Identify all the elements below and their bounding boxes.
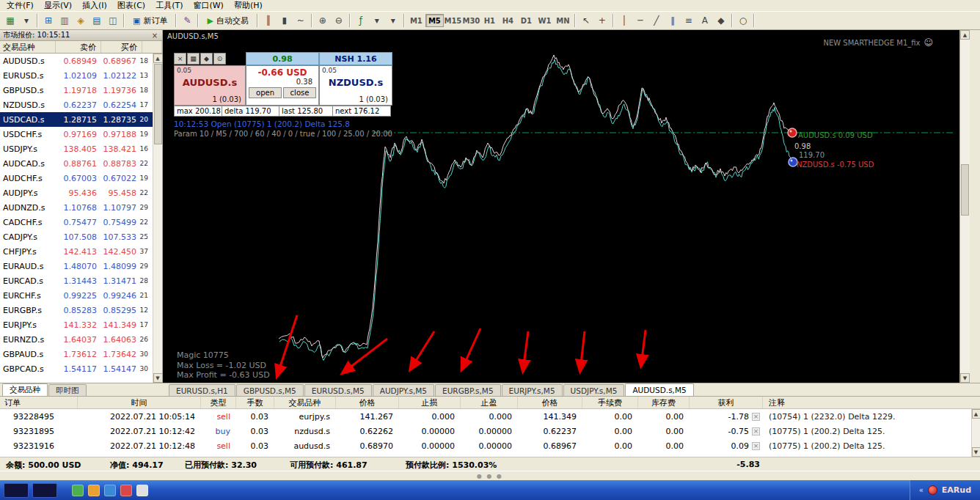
open-button[interactable]: open [249,87,282,98]
templates-dropdown-icon[interactable]: ▾ [386,13,401,28]
cursor-icon[interactable]: ↖ [579,13,593,28]
menu-window[interactable]: 窗口(W) [188,0,228,11]
indicators-icon[interactable]: ƒ [354,13,368,28]
zoom-in-icon[interactable]: ⊕ [315,13,330,28]
quick-launch-icon[interactable] [72,485,84,496]
market-watch-icon[interactable]: ⊞ [41,13,56,28]
chart-tab-audjpy-s-m5[interactable]: AUDJPY.s,M5 [373,384,434,396]
column-7[interactable]: 止盈 [461,397,518,408]
navigator-icon[interactable]: ◈ [73,13,88,28]
market-watch-row[interactable]: AUDNZD.s1.107681.1079729 [0,200,153,215]
market-watch-row[interactable]: EURGBP.s0.852830.8529512 [0,303,153,317]
quick-launch-icon[interactable] [136,485,148,496]
close-order-icon[interactable]: × [752,442,760,450]
taskbar-app-button[interactable] [4,483,29,498]
crosshair-icon[interactable]: + [595,13,610,28]
market-watch-row[interactable]: EURUSD.s1.021091.0212213 [0,68,153,83]
column-5[interactable]: 价格 [336,397,399,408]
strategy-tester-icon[interactable]: ◫ [106,13,120,28]
scroll-up-icon[interactable]: ▲ [960,30,970,40]
ea-layout-icon[interactable]: ▦ [187,53,200,65]
close-button[interactable]: close [283,87,316,98]
column-1[interactable]: 时间 [78,397,201,408]
market-watch-tab[interactable]: 即时图 [48,384,87,396]
timeframe-h4[interactable]: H4 [499,14,517,27]
quick-launch-icon[interactable] [88,485,100,496]
market-watch-row[interactable]: GBPAUD.s1.736121.7364230 [0,347,153,361]
order-row[interactable]: 932319162022.07.21 10:12:48sell0.03audus… [0,438,980,453]
timeframe-w1[interactable]: W1 [535,14,554,27]
ea-mode-icon[interactable]: ◆ [200,53,213,65]
chart-scrollbar[interactable]: ▲ ▼ [959,30,970,383]
scroll-down-icon[interactable]: ▼ [972,447,980,457]
quick-launch-icon[interactable] [104,485,116,496]
timeframe-m1[interactable]: M1 [407,14,425,27]
ea-close-icon[interactable]: × [174,53,186,65]
new-chart-icon[interactable]: ▦ [3,13,18,28]
column-6[interactable]: 止损 [399,397,461,408]
trendline-icon[interactable]: ╱ [649,13,664,28]
scroll-up-icon[interactable]: ▲ [153,54,163,63]
close-order-icon[interactable]: × [752,413,760,421]
market-watch-row[interactable]: GBPCAD.s1.541171.5414730 [0,361,153,376]
chart-tab-eurgbp-s-m5[interactable]: EURGBP.s,M5 [435,384,501,396]
market-watch-row[interactable]: EURJPY.s141.332141.34917 [0,317,153,332]
menu-tools[interactable]: 工具(T) [150,0,188,11]
fibonacci-icon[interactable]: ≡ [681,13,696,28]
column-8[interactable]: 价格 [518,397,582,408]
chart-tab-eurusd-s-h1[interactable]: EURUSD.s,H1 [169,384,235,396]
market-watch-row[interactable]: EURAUD.s1.480701.4809929 [0,259,153,273]
market-watch-row[interactable]: GBPUSD.s1.197181.1973618 [0,83,153,98]
menu-help[interactable]: 帮助(H) [229,0,268,11]
column-bid[interactable]: 卖价 [56,41,101,53]
column-order[interactable]: 订单 [0,397,78,408]
ea-settings-icon[interactable]: ⊙ [213,53,226,65]
chart-tab-usdjpy-s-m5[interactable]: USDJPY.s,M5 [563,384,625,396]
column-2[interactable]: 类型 [201,397,236,408]
market-watch-row[interactable]: EURCAD.s1.314431.3147128 [0,273,153,288]
order-row[interactable]: 932318952022.07.21 10:12:42buy0.03nzdusd… [0,424,980,438]
chart-tab-audusd-s-m5[interactable]: AUDUSD.s,M5 [625,383,693,396]
metaeditor-icon[interactable]: ✎ [180,13,194,28]
close-icon[interactable]: × [150,32,159,40]
order-row[interactable]: 932284952022.07.21 10:05:14sell0.03eurjp… [0,409,980,424]
chart-tab-eurjpy-s-m5[interactable]: EURJPY.s,M5 [502,384,563,396]
menu-file[interactable]: 文件(F) [1,0,39,11]
market-watch-row[interactable]: AUDUSD.s0.689490.6896718 [0,54,153,68]
quick-launch-icon[interactable] [120,485,132,496]
market-watch-row[interactable]: CADJPY.s107.508107.53325 [0,229,153,244]
new-order-button[interactable]: ▣新订单 [128,13,172,28]
horizontal-line-icon[interactable]: ─ [633,13,648,28]
arrows-icon[interactable]: ◆ [714,13,728,28]
market-watch-row[interactable]: EURCHF.s0.992250.9924621 [0,288,153,303]
terminal-icon[interactable]: ▤ [89,13,104,28]
market-watch-row[interactable]: AUDCHF.s0.670030.6702219 [0,171,153,185]
menu-charts[interactable]: 图表(C) [112,0,150,11]
market-watch-row[interactable]: USDCAD.s1.287151.2873520 [0,112,153,127]
market-watch-row[interactable]: CHFJPY.s142.413142.45037 [0,244,153,259]
column-11[interactable]: 获利 [690,397,763,408]
menu-insert[interactable]: 插入(I) [77,0,112,11]
candlestick-icon[interactable]: ▮ [277,13,292,28]
data-window-icon[interactable]: ▥ [57,13,72,28]
market-watch-row[interactable]: NZDUSD.s0.622370.6225417 [0,98,153,112]
taskbar-app-button[interactable] [32,483,57,498]
market-watch-scrollbar[interactable]: ▲ ▼ [153,54,162,383]
text-label-icon[interactable]: A [698,13,712,28]
market-watch-row[interactable]: USDJPY.s138.405138.42116 [0,141,153,156]
column-3[interactable]: 手数 [236,397,274,408]
column-ask[interactable]: 买价 [101,41,142,53]
line-chart-icon[interactable]: ~ [293,13,308,28]
column-symbol[interactable]: 交易品种 [0,41,56,53]
column-10[interactable]: 库存费 [638,397,690,408]
ea-tray-icon[interactable] [928,485,937,495]
bar-chart-icon[interactable]: ║ [261,13,276,28]
timeframe-m5[interactable]: M5 [425,14,444,27]
timeframe-h1[interactable]: H1 [480,14,499,27]
chart-tab-gbpusd-s-m5[interactable]: GBPUSD.s,M5 [236,384,304,396]
periods-dropdown-icon[interactable]: ▾ [370,13,384,28]
column-12[interactable]: 注释 [763,397,980,408]
market-watch-row[interactable]: EURNZD.s1.640371.6406326 [0,332,153,347]
market-watch-row[interactable]: AUDCAD.s0.887610.8878322 [0,156,153,171]
market-watch-tab[interactable]: 交易品种 [2,383,48,396]
